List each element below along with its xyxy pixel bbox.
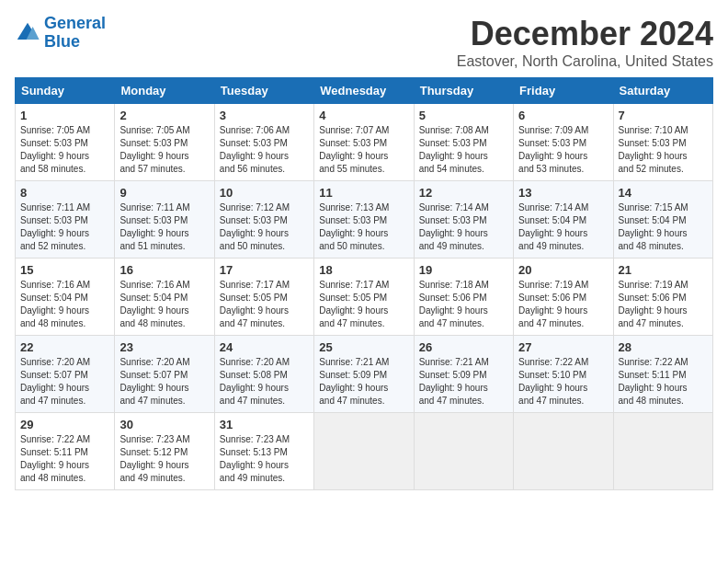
day-detail: Sunrise: 7:16 AM Sunset: 5:04 PM Dayligh… xyxy=(20,279,109,330)
logo-icon xyxy=(15,20,40,46)
day-number: 10 xyxy=(220,186,309,200)
calendar-cell: 9Sunrise: 7:11 AM Sunset: 5:03 PM Daylig… xyxy=(115,181,214,259)
calendar-cell: 12Sunrise: 7:14 AM Sunset: 5:03 PM Dayli… xyxy=(414,181,513,259)
day-detail: Sunrise: 7:21 AM Sunset: 5:09 PM Dayligh… xyxy=(319,356,408,408)
logo-line2: Blue xyxy=(44,32,80,51)
day-number: 21 xyxy=(619,263,708,277)
calendar-cell: 3Sunrise: 7:06 AM Sunset: 5:03 PM Daylig… xyxy=(214,104,313,181)
day-detail: Sunrise: 7:08 AM Sunset: 5:03 PM Dayligh… xyxy=(419,124,508,176)
day-number: 22 xyxy=(20,340,109,354)
calendar-cell: 7Sunrise: 7:10 AM Sunset: 5:03 PM Daylig… xyxy=(613,104,712,181)
day-detail: Sunrise: 7:19 AM Sunset: 5:06 PM Dayligh… xyxy=(518,279,608,330)
day-detail: Sunrise: 7:11 AM Sunset: 5:03 PM Dayligh… xyxy=(20,201,109,253)
calendar-cell xyxy=(514,413,613,490)
day-detail: Sunrise: 7:18 AM Sunset: 5:06 PM Dayligh… xyxy=(419,279,508,330)
day-number: 2 xyxy=(119,109,209,122)
day-number: 31 xyxy=(220,418,309,431)
day-detail: Sunrise: 7:20 AM Sunset: 5:07 PM Dayligh… xyxy=(119,356,209,408)
column-header-sunday: Sunday xyxy=(16,78,115,104)
calendar-cell: 26Sunrise: 7:21 AM Sunset: 5:09 PM Dayli… xyxy=(414,336,513,413)
day-number: 23 xyxy=(119,340,209,354)
day-number: 29 xyxy=(20,418,109,431)
day-number: 30 xyxy=(119,418,209,431)
calendar-cell: 14Sunrise: 7:15 AM Sunset: 5:04 PM Dayli… xyxy=(613,181,712,259)
calendar-cell: 4Sunrise: 7:07 AM Sunset: 5:03 PM Daylig… xyxy=(314,104,414,181)
page-header: General Blue December 2024 Eastover, Nor… xyxy=(15,15,713,70)
day-detail: Sunrise: 7:05 AM Sunset: 5:03 PM Dayligh… xyxy=(20,124,109,176)
day-detail: Sunrise: 7:11 AM Sunset: 5:03 PM Dayligh… xyxy=(119,201,209,253)
day-number: 18 xyxy=(319,263,408,277)
calendar-cell: 30Sunrise: 7:23 AM Sunset: 5:12 PM Dayli… xyxy=(115,413,214,490)
calendar-table: SundayMondayTuesdayWednesdayThursdayFrid… xyxy=(15,77,713,490)
logo-line1: General xyxy=(44,14,106,32)
calendar-cell: 23Sunrise: 7:20 AM Sunset: 5:07 PM Dayli… xyxy=(115,336,214,413)
column-header-monday: Monday xyxy=(115,78,214,104)
calendar-week-4: 22Sunrise: 7:20 AM Sunset: 5:07 PM Dayli… xyxy=(16,336,713,413)
day-number: 4 xyxy=(319,109,408,122)
day-number: 16 xyxy=(119,263,209,277)
day-detail: Sunrise: 7:16 AM Sunset: 5:04 PM Dayligh… xyxy=(119,279,209,330)
day-detail: Sunrise: 7:17 AM Sunset: 5:05 PM Dayligh… xyxy=(319,279,408,330)
calendar-cell: 27Sunrise: 7:22 AM Sunset: 5:10 PM Dayli… xyxy=(514,336,613,413)
calendar-cell: 8Sunrise: 7:11 AM Sunset: 5:03 PM Daylig… xyxy=(16,181,115,259)
day-number: 27 xyxy=(518,340,608,354)
day-number: 7 xyxy=(619,109,708,122)
logo-text: General Blue xyxy=(44,15,106,52)
calendar-cell: 5Sunrise: 7:08 AM Sunset: 5:03 PM Daylig… xyxy=(414,104,513,181)
day-number: 5 xyxy=(419,109,508,122)
day-number: 28 xyxy=(619,340,708,354)
day-number: 8 xyxy=(20,186,109,200)
day-number: 12 xyxy=(419,186,508,200)
day-number: 19 xyxy=(419,263,508,277)
day-detail: Sunrise: 7:19 AM Sunset: 5:06 PM Dayligh… xyxy=(619,279,708,330)
calendar-cell: 25Sunrise: 7:21 AM Sunset: 5:09 PM Dayli… xyxy=(314,336,414,413)
day-number: 11 xyxy=(319,186,408,200)
day-number: 13 xyxy=(518,186,608,200)
day-number: 9 xyxy=(119,186,209,200)
calendar-cell: 13Sunrise: 7:14 AM Sunset: 5:04 PM Dayli… xyxy=(514,181,613,259)
day-detail: Sunrise: 7:13 AM Sunset: 5:03 PM Dayligh… xyxy=(319,201,408,253)
column-header-friday: Friday xyxy=(514,78,613,104)
column-header-saturday: Saturday xyxy=(613,78,712,104)
day-detail: Sunrise: 7:09 AM Sunset: 5:03 PM Dayligh… xyxy=(518,124,608,176)
column-header-tuesday: Tuesday xyxy=(214,78,313,104)
day-number: 26 xyxy=(419,340,508,354)
calendar-cell xyxy=(414,413,513,490)
day-detail: Sunrise: 7:20 AM Sunset: 5:08 PM Dayligh… xyxy=(220,356,309,408)
day-detail: Sunrise: 7:06 AM Sunset: 5:03 PM Dayligh… xyxy=(220,124,309,176)
day-detail: Sunrise: 7:17 AM Sunset: 5:05 PM Dayligh… xyxy=(220,279,309,330)
calendar-cell: 16Sunrise: 7:16 AM Sunset: 5:04 PM Dayli… xyxy=(115,259,214,336)
day-detail: Sunrise: 7:23 AM Sunset: 5:12 PM Dayligh… xyxy=(119,433,209,485)
title-block: December 2024 Eastover, North Carolina, … xyxy=(457,15,713,70)
day-detail: Sunrise: 7:15 AM Sunset: 5:04 PM Dayligh… xyxy=(619,201,708,253)
day-detail: Sunrise: 7:22 AM Sunset: 5:10 PM Dayligh… xyxy=(518,356,608,408)
calendar-cell: 29Sunrise: 7:22 AM Sunset: 5:11 PM Dayli… xyxy=(16,413,115,490)
calendar-cell: 21Sunrise: 7:19 AM Sunset: 5:06 PM Dayli… xyxy=(613,259,712,336)
calendar-cell: 15Sunrise: 7:16 AM Sunset: 5:04 PM Dayli… xyxy=(16,259,115,336)
day-detail: Sunrise: 7:14 AM Sunset: 5:04 PM Dayligh… xyxy=(518,201,608,253)
day-detail: Sunrise: 7:14 AM Sunset: 5:03 PM Dayligh… xyxy=(419,201,508,253)
calendar-week-1: 1Sunrise: 7:05 AM Sunset: 5:03 PM Daylig… xyxy=(16,104,713,181)
calendar-cell: 1Sunrise: 7:05 AM Sunset: 5:03 PM Daylig… xyxy=(16,104,115,181)
day-number: 17 xyxy=(220,263,309,277)
day-detail: Sunrise: 7:23 AM Sunset: 5:13 PM Dayligh… xyxy=(220,433,309,485)
calendar-cell xyxy=(314,413,414,490)
day-number: 14 xyxy=(619,186,708,200)
calendar-cell: 18Sunrise: 7:17 AM Sunset: 5:05 PM Dayli… xyxy=(314,259,414,336)
calendar-header-row: SundayMondayTuesdayWednesdayThursdayFrid… xyxy=(16,78,713,104)
day-detail: Sunrise: 7:21 AM Sunset: 5:09 PM Dayligh… xyxy=(419,356,508,408)
calendar-cell: 28Sunrise: 7:22 AM Sunset: 5:11 PM Dayli… xyxy=(613,336,712,413)
page-subtitle: Eastover, North Carolina, United States xyxy=(457,53,713,70)
day-detail: Sunrise: 7:07 AM Sunset: 5:03 PM Dayligh… xyxy=(319,124,408,176)
day-number: 20 xyxy=(518,263,608,277)
calendar-cell: 24Sunrise: 7:20 AM Sunset: 5:08 PM Dayli… xyxy=(214,336,313,413)
day-number: 24 xyxy=(220,340,309,354)
calendar-cell xyxy=(613,413,712,490)
calendar-cell: 11Sunrise: 7:13 AM Sunset: 5:03 PM Dayli… xyxy=(314,181,414,259)
calendar-week-3: 15Sunrise: 7:16 AM Sunset: 5:04 PM Dayli… xyxy=(16,259,713,336)
day-number: 15 xyxy=(20,263,109,277)
calendar-cell: 20Sunrise: 7:19 AM Sunset: 5:06 PM Dayli… xyxy=(514,259,613,336)
calendar-cell: 19Sunrise: 7:18 AM Sunset: 5:06 PM Dayli… xyxy=(414,259,513,336)
calendar-cell: 22Sunrise: 7:20 AM Sunset: 5:07 PM Dayli… xyxy=(16,336,115,413)
day-detail: Sunrise: 7:12 AM Sunset: 5:03 PM Dayligh… xyxy=(220,201,309,253)
